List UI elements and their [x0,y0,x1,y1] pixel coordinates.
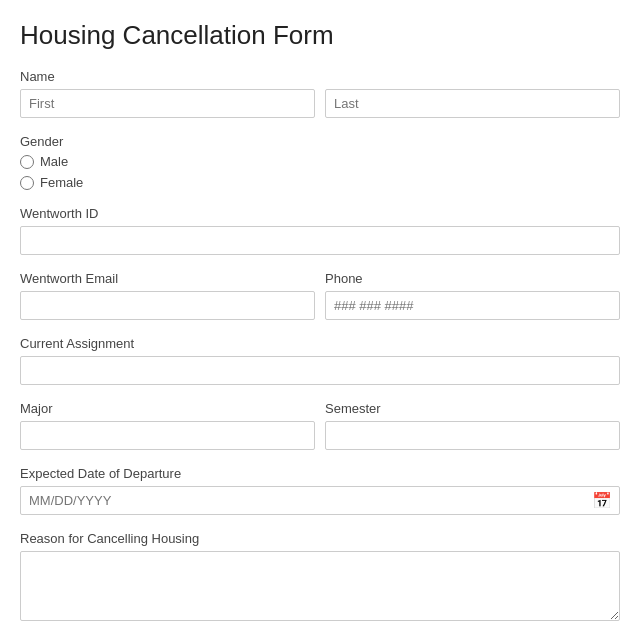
phone-wrapper: Phone [325,271,620,320]
semester-label: Semester [325,401,620,416]
wentworth-id-input[interactable] [20,226,620,255]
phone-input[interactable] [325,291,620,320]
form-title: Housing Cancellation Form [20,20,620,51]
gender-group: Gender Male Female [20,134,620,190]
name-group: Name [20,69,620,118]
email-phone-row: Wentworth Email Phone [20,271,620,320]
semester-input[interactable] [325,421,620,450]
major-semester-row: Major Semester [20,401,620,450]
email-phone-group: Wentworth Email Phone [20,271,620,320]
reason-group: Reason for Cancelling Housing [20,531,620,625]
email-wrapper: Wentworth Email [20,271,315,320]
major-input[interactable] [20,421,315,450]
departure-date-group: Expected Date of Departure 📅 [20,466,620,515]
departure-date-label: Expected Date of Departure [20,466,620,481]
reason-textarea[interactable] [20,551,620,621]
wentworth-email-input[interactable] [20,291,315,320]
gender-radio-group: Male Female [20,154,620,190]
departure-date-input[interactable] [20,486,620,515]
gender-male-radio[interactable] [20,155,34,169]
name-label: Name [20,69,620,84]
reason-label: Reason for Cancelling Housing [20,531,620,546]
major-wrapper: Major [20,401,315,450]
major-semester-group: Major Semester [20,401,620,450]
semester-wrapper: Semester [325,401,620,450]
first-name-wrapper [20,89,315,118]
current-assignment-input[interactable] [20,356,620,385]
gender-female-radio[interactable] [20,176,34,190]
name-input-row [20,89,620,118]
gender-male-label: Male [40,154,68,169]
wentworth-id-group: Wentworth ID [20,206,620,255]
last-name-wrapper [325,89,620,118]
last-name-input[interactable] [325,89,620,118]
first-name-input[interactable] [20,89,315,118]
gender-label: Gender [20,134,620,149]
form-container: Housing Cancellation Form Name Gender Ma… [0,0,640,640]
gender-female-label: Female [40,175,83,190]
gender-male-option[interactable]: Male [20,154,620,169]
phone-label: Phone [325,271,620,286]
major-label: Major [20,401,315,416]
departure-date-wrapper: 📅 [20,486,620,515]
wentworth-id-label: Wentworth ID [20,206,620,221]
gender-female-option[interactable]: Female [20,175,620,190]
current-assignment-label: Current Assignment [20,336,620,351]
wentworth-email-label: Wentworth Email [20,271,315,286]
current-assignment-group: Current Assignment [20,336,620,385]
